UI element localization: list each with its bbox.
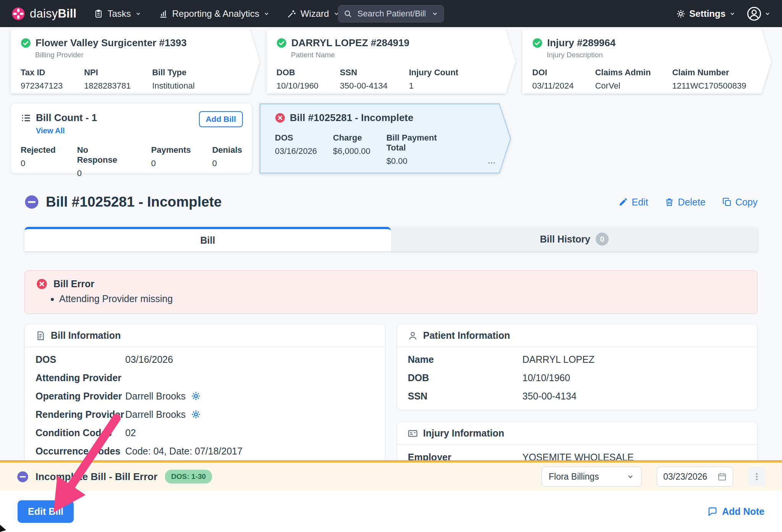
bottom-task-panel: Incomplete Bill - Bill Error DOS: 1-30 F… (0, 460, 782, 532)
brand-name: daisyBill (30, 7, 76, 21)
row-operating-provider: Operating Provider Darrell Brooks (36, 387, 374, 405)
search-box[interactable] (338, 5, 444, 23)
patient-person-icon (408, 331, 418, 341)
brand-logo[interactable]: daisyBill (11, 7, 76, 21)
nav-item-wizard[interactable]: Wizard (287, 8, 339, 19)
kebab-menu-icon (752, 472, 761, 481)
tasks-icon (94, 9, 103, 18)
nav-item-reporting-analytics[interactable]: Reporting & Analytics (159, 8, 270, 19)
nav-item-tasks[interactable]: Tasks (94, 8, 141, 19)
active-bill-title: Bill #1025281 - Incomplete (290, 112, 414, 124)
delete-button[interactable]: Delete (665, 197, 705, 208)
user-account-menu[interactable] (747, 6, 771, 21)
trash-icon (665, 197, 674, 207)
main-content: Bill #1025281 - Incomplete Edit Delete C… (0, 194, 782, 490)
alert-title: Bill Error (53, 278, 94, 289)
top-nav: daisyBill Tasks Reporting & Analytics Wi… (0, 0, 782, 27)
billing-provider-title: Flower Valley Surgicenter #1393 (36, 37, 187, 49)
check-circle-icon (21, 38, 31, 48)
row-ssn: SSN 350-00-4134 (408, 387, 746, 405)
rendering-provider-gear-icon[interactable] (191, 409, 201, 419)
add-bill-button[interactable]: Add Bill (199, 111, 243, 127)
due-date-input[interactable]: 03/23/2026 (657, 467, 733, 487)
list-icon (21, 113, 31, 123)
field-claim-number: Claim Number 1211WC170500839 (672, 68, 746, 91)
field-charge: Charge $6,000.00 (333, 133, 370, 166)
field-ssn: SSN 350-00-4134 (340, 68, 388, 91)
bills-row: Bill Count - 1 Add Bill View All Rejecte… (0, 94, 782, 173)
patient-information-title: Patient Information (423, 330, 510, 341)
search-type-chevron-icon[interactable] (431, 10, 438, 17)
edit-bill-button[interactable]: Edit Bill (18, 500, 74, 523)
view-all-link[interactable]: View All (36, 126, 65, 135)
bill-count-title: Bill Count - 1 (36, 112, 97, 124)
chevron-down-icon (764, 11, 771, 17)
more-options-button[interactable] (748, 467, 765, 487)
search-input[interactable] (357, 8, 426, 19)
active-bill-card[interactable]: Bill #1025281 - Incomplete DOS 03/16/202… (260, 104, 510, 173)
assignee-select[interactable]: Flora Billings (541, 467, 641, 487)
field-claims-admin: Claims Admin CorVel (595, 68, 651, 91)
context-breadcrumb-row: Flower Valley Surgicenter #1393 Billing … (0, 27, 782, 94)
copy-button[interactable]: Copy (722, 197, 758, 208)
calendar-icon (717, 472, 727, 481)
injury-information-title: Injury Information (423, 428, 504, 439)
bill-error-alert: Bill Error Attending Provider missing (24, 270, 758, 314)
field-bill-type: Bill Type Institutional (152, 68, 194, 91)
injury-subtitle: Injury Description (547, 51, 761, 59)
gear-icon (676, 9, 685, 18)
row-rendering-provider: Rendering Provider Darrell Brooks (36, 405, 374, 424)
daisy-flower-icon (11, 7, 25, 21)
field-bill-payment-total: Bill Payment Total $0.00 (386, 133, 450, 166)
patient-title: DARRYL LOPEZ #284919 (291, 37, 409, 49)
field-injury-count: Injury Count 1 (409, 68, 459, 91)
id-card-icon (408, 429, 418, 438)
field-no-response: No Response 0 (77, 145, 130, 178)
error-circle-icon (36, 278, 47, 289)
field-doi: DOI 03/11/2024 (532, 68, 574, 91)
task-action-bar: Incomplete Bill - Bill Error DOS: 1-30 F… (0, 460, 782, 491)
error-circle-icon (275, 113, 285, 123)
field-denials: Denials 0 (212, 145, 242, 178)
edit-button[interactable]: Edit (619, 197, 648, 208)
chat-bubble-icon (708, 506, 717, 516)
field-npi: NPI 1828283781 (84, 68, 131, 91)
row-condition-codes: Condition Codes 02 (36, 424, 374, 442)
field-rejected: Rejected 0 (21, 145, 56, 178)
injury-card[interactable]: Injury #289964 Injury Description DOI 03… (522, 29, 771, 94)
bill-count-card: Bill Count - 1 Add Bill View All Rejecte… (11, 103, 252, 173)
billing-provider-card[interactable]: Flower Valley Surgicenter #1393 Billing … (11, 29, 260, 94)
nav-item-label: Tasks (107, 8, 131, 19)
pencil-icon (619, 197, 628, 207)
patient-information-card: Patient Information Name DARRYL LOPEZ DO… (397, 324, 758, 410)
search-icon (344, 10, 352, 18)
row-dos: DOS 03/16/2026 (36, 350, 374, 369)
page-title: Bill #1025281 - Incomplete (46, 194, 222, 210)
bill-information-title: Bill Information (51, 330, 121, 341)
add-note-button[interactable]: Add Note (708, 506, 764, 517)
check-circle-icon (532, 38, 543, 48)
task-title: Incomplete Bill - Bill Error (36, 471, 157, 483)
settings-menu[interactable]: Settings (676, 8, 735, 19)
field-dos: DOS 03/16/2026 (275, 133, 317, 166)
chevron-down-icon (135, 11, 141, 17)
row-occurrence-codes: Occurrence Codes Code: 04, Date: 07/18/2… (36, 442, 374, 460)
tab-bill[interactable]: Bill (24, 227, 391, 251)
chevron-down-icon (263, 11, 270, 17)
settings-label: Settings (689, 8, 725, 19)
copy-icon (722, 197, 732, 207)
row-name: Name DARRYL LOPEZ (408, 350, 746, 369)
chevron-down-icon (627, 473, 634, 480)
nav-item-label: Wizard (301, 8, 329, 19)
bill-history-count-badge: 0 (596, 233, 609, 246)
user-avatar-icon (747, 6, 761, 21)
tab-bar: Bill Bill History 0 (24, 227, 758, 251)
row-dob: DOB 10/10/1960 (408, 369, 746, 387)
bill-card-more-ellipsis[interactable]: ... (488, 155, 496, 166)
incomplete-status-icon (24, 195, 39, 209)
tab-bill-history[interactable]: Bill History 0 (391, 227, 758, 251)
billing-provider-subtitle: Billing Provider (35, 51, 250, 59)
nav-item-label: Reporting & Analytics (172, 8, 259, 19)
patient-card[interactable]: DARRYL LOPEZ #284919 Patient Name DOB 10… (267, 29, 515, 94)
operating-provider-gear-icon[interactable] (191, 391, 201, 401)
